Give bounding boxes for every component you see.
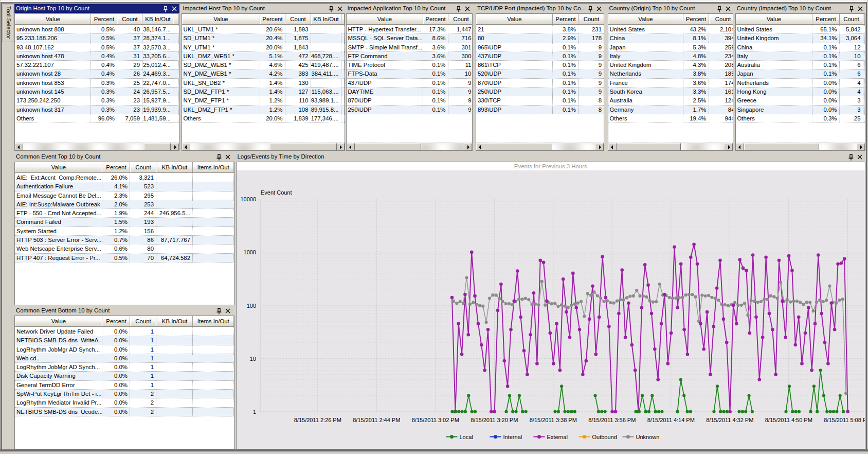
svg-text:100: 100 bbox=[246, 303, 256, 309]
svg-text:1000: 1000 bbox=[243, 249, 256, 255]
svg-text:Local: Local bbox=[459, 434, 473, 440]
svg-text:8/15/2011 4:50 PM: 8/15/2011 4:50 PM bbox=[765, 417, 812, 423]
svg-text:Event Count: Event Count bbox=[261, 189, 292, 196]
svg-text:1: 1 bbox=[252, 409, 256, 415]
svg-text:8/15/2011 3:20 PM: 8/15/2011 3:20 PM bbox=[471, 417, 518, 423]
svg-text:Unknown: Unknown bbox=[636, 434, 659, 440]
svg-text:Outbound: Outbound bbox=[592, 434, 617, 440]
svg-text:10: 10 bbox=[249, 356, 256, 362]
svg-text:10000: 10000 bbox=[240, 196, 256, 202]
svg-text:8/15/2011 4:32 PM: 8/15/2011 4:32 PM bbox=[706, 417, 753, 423]
svg-text:8/15/2011 3:02 PM: 8/15/2011 3:02 PM bbox=[411, 417, 459, 423]
svg-text:8/15/2011 2:44 PM: 8/15/2011 2:44 PM bbox=[353, 417, 400, 423]
svg-text:External: External bbox=[547, 434, 567, 440]
svg-text:8/15/2011 3:38 PM: 8/15/2011 3:38 PM bbox=[529, 417, 576, 423]
svg-text:Internal: Internal bbox=[503, 434, 522, 440]
svg-text:8/15/2011 5:08 PM: 8/15/2011 5:08 PM bbox=[824, 417, 865, 423]
svg-text:8/15/2011 2:26 PM: 8/15/2011 2:26 PM bbox=[294, 417, 341, 423]
svg-text:8/15/2011 4:14 PM: 8/15/2011 4:14 PM bbox=[647, 417, 694, 423]
svg-text:8/15/2011 3:56 PM: 8/15/2011 3:56 PM bbox=[588, 417, 636, 423]
